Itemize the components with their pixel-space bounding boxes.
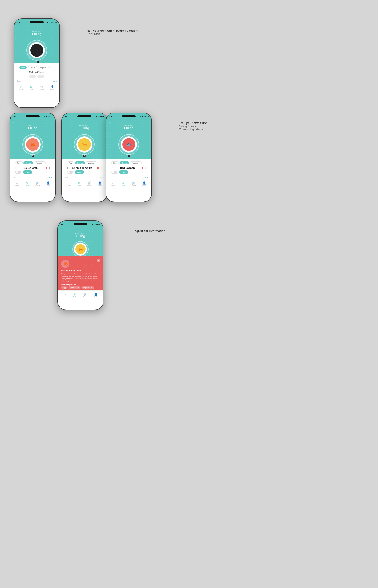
tab-home-4[interactable]: ⌂Home	[111, 181, 115, 186]
prev-arrow-3[interactable]: ‹	[67, 166, 68, 169]
phone-header-5: ‹ Choose your... Filling	[58, 227, 103, 240]
center-fill-4: 🐟	[122, 138, 135, 151]
back-arrow-5[interactable]: ‹	[61, 229, 62, 232]
teal-area-5: 🦐	[58, 240, 103, 256]
further-label-5: Further ingredients	[61, 284, 100, 285]
dot-2b: 1	[31, 155, 34, 157]
filter-cooked-2[interactable]: Cooked	[24, 162, 33, 165]
circle-selector-1: 1	[14, 38, 59, 62]
title-4: Filling	[109, 126, 148, 130]
next-3[interactable]: Next	[100, 176, 104, 178]
back-arrow-3[interactable]: ‹	[65, 121, 66, 124]
back-4[interactable]: Back	[109, 176, 113, 178]
phone-body-2: Raw Cooked Vegetab... ‹ Boiled Crab › Ad…	[10, 159, 55, 176]
title-2: Filling	[13, 126, 53, 130]
placeholder-lines-1	[17, 74, 56, 78]
annotation-bottom: Ingredient Information	[113, 229, 165, 233]
add-btn-3[interactable]: Add	[75, 170, 84, 174]
filter-tab-veg-1[interactable]: Vegetab...	[38, 66, 50, 69]
add-btn-4[interactable]: Add	[119, 170, 128, 174]
back-3[interactable]: Back	[65, 176, 68, 178]
close-button-5[interactable]: ✕	[96, 259, 100, 262]
next-arrow-3[interactable]: ›	[101, 166, 102, 169]
phone-body-4: Raw Cooked Vegetab... ‹ Fried Salmon › A…	[106, 159, 151, 176]
prev-arrow-4[interactable]: ‹	[111, 166, 112, 169]
back-arrow-4[interactable]: ‹	[109, 121, 110, 124]
tab-home-5[interactable]: ⌂Home	[63, 293, 67, 297]
center-fill-1	[30, 44, 43, 57]
info-badge-4[interactable]	[142, 167, 144, 169]
fish-icon-4: 🐟	[126, 142, 131, 147]
tab-bar-1: ⌂ Home ◎ Roll It 🛒 Basket 👤 Profile	[14, 83, 59, 92]
tag-wheat[interactable]: Wheat flour	[68, 286, 81, 289]
filter-cooked-3[interactable]: Cooked	[75, 162, 85, 165]
tab-basket-4[interactable]: 🛒Basket	[132, 181, 136, 186]
tab-profile-2[interactable]: 👤Profile	[46, 181, 50, 186]
phone-header-4: ‹ Choose your... Filling	[106, 119, 151, 132]
back-label-1[interactable]: Back	[17, 80, 21, 82]
filter-veg-3[interactable]: Vegetab...	[86, 162, 97, 165]
tab-profile-3[interactable]: 👤Profile	[98, 181, 102, 186]
teal-area-1: 1	[14, 38, 59, 64]
next-arrow-2[interactable]: ›	[49, 166, 50, 169]
status-icons-4: ▲▲ WiFi ■	[140, 115, 148, 117]
phone-body-3: Raw Cooked Vegetab... ‹ Shrimp Tempura ›…	[62, 159, 107, 176]
ingredient-tags-5: Egg Wheat flour Vegetable oil	[61, 286, 100, 289]
tab-basket-5[interactable]: 🛒Basket	[83, 293, 87, 297]
info-desc-5: Tempura is one of the classic deep-fried…	[61, 273, 100, 282]
back-arrow-1[interactable]: ‹	[17, 26, 18, 30]
prev-arrow-2[interactable]: ‹	[15, 166, 16, 169]
filter-raw-2[interactable]: Raw	[15, 162, 23, 165]
filter-veg-2[interactable]: Vegetab...	[34, 162, 45, 165]
toggle-3[interactable]	[67, 171, 73, 174]
circle-selector-2: 🦀 3 1 2	[10, 132, 55, 156]
tab-roll-4[interactable]: ◎Roll It	[122, 181, 125, 186]
tab-profile-4[interactable]: 👤Profile	[142, 181, 146, 186]
add-btn-2[interactable]: Add	[23, 170, 32, 174]
filter-tab-cooked-1[interactable]: Cooked	[27, 66, 37, 69]
placeholder-line-1a	[29, 75, 36, 78]
filter-raw-4[interactable]: Raw	[111, 162, 119, 165]
ann-line-bot	[113, 231, 131, 231]
tab-roll-5[interactable]: ◎Roll It	[73, 293, 77, 297]
ann-sub2-mid: /Cooked Ingredients	[179, 128, 203, 131]
tab-roll-2[interactable]: ◎Roll It	[25, 181, 29, 186]
tab-home-1[interactable]: ⌂ Home	[19, 85, 23, 90]
tab-profile-1[interactable]: 👤 Profile	[50, 85, 54, 90]
tab-home-3[interactable]: ⌂Home	[67, 181, 71, 186]
title-1: Filling	[17, 32, 56, 36]
ann-sub-top: /Blank Start	[86, 32, 100, 36]
annotation-middle: Roll your own Sushi /Filling Choice /Coo…	[159, 121, 208, 131]
tab-profile-5[interactable]: 👤Profile	[94, 293, 98, 297]
back-2[interactable]: Back	[13, 176, 16, 178]
status-icons-5: ▲▲ WiFi ■	[92, 223, 100, 225]
toggle-2[interactable]	[15, 171, 21, 174]
filter-raw-3[interactable]: Raw	[67, 162, 74, 165]
filter-cooked-4[interactable]: Cooked	[120, 162, 129, 165]
bottom-nav-4: Back Next	[106, 176, 151, 179]
tab-roll-1[interactable]: ◎ Roll It	[29, 85, 33, 90]
back-arrow-2[interactable]: ‹	[13, 121, 14, 124]
tab-roll-3[interactable]: ◎Roll It	[77, 181, 81, 186]
inner-ring-1	[29, 42, 45, 58]
next-arrow-4[interactable]: ›	[145, 166, 146, 169]
action-row-4: Add	[109, 170, 148, 175]
circle-selector-5: 🦐	[58, 240, 103, 256]
dot-3c: 3	[83, 155, 85, 157]
filter-veg-4[interactable]: Vegetab...	[130, 162, 142, 165]
info-badge-2[interactable]	[45, 167, 47, 169]
next-label-1[interactable]: Next	[53, 80, 56, 82]
tab-basket-1[interactable]: 🛒 Basket	[40, 85, 44, 90]
toggle-4[interactable]	[111, 171, 117, 174]
tab-home-2[interactable]: ⌂Home	[15, 181, 19, 186]
shrimp-icon-3: 🦐	[82, 142, 87, 147]
tab-basket-2[interactable]: 🛒Basket	[35, 181, 40, 186]
tag-oil[interactable]: Vegetable oil	[81, 286, 94, 289]
tab-basket-3[interactable]: 🛒Basket	[87, 181, 91, 186]
tab-bar-3: ⌂Home ◎Roll It 🛒Basket 👤Profile	[62, 179, 107, 188]
next-4[interactable]: Next	[145, 176, 148, 178]
tag-egg[interactable]: Egg	[61, 286, 68, 289]
info-badge-3[interactable]	[97, 167, 99, 169]
filter-tab-raw-1[interactable]: Raw	[19, 66, 27, 69]
next-2[interactable]: Next	[49, 176, 53, 178]
